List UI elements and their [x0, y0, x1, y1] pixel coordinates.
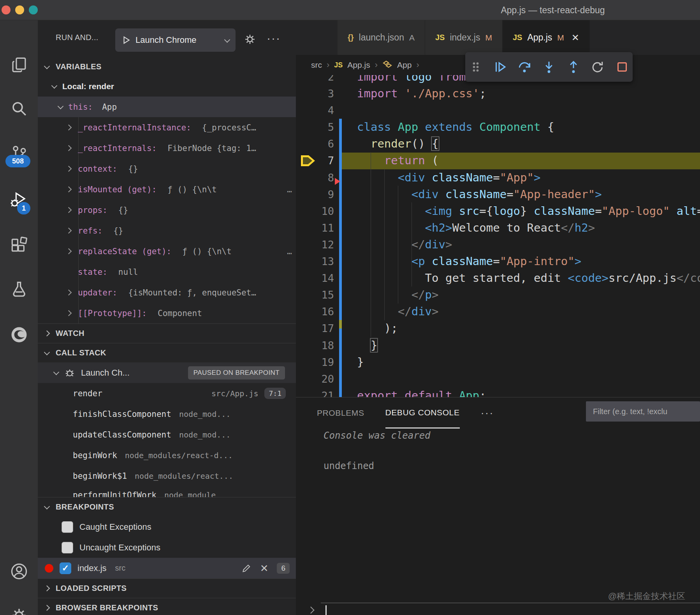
code-line[interactable]: 18 }	[296, 337, 700, 354]
tab-index-js[interactable]: JS index.js M	[425, 20, 503, 55]
search-icon[interactable]	[0, 95, 38, 123]
stack-frame[interactable]: rendersrc/App.js7:1	[38, 383, 296, 404]
step-into-button[interactable]	[538, 55, 560, 79]
code-line[interactable]: 15 </p>	[296, 286, 700, 303]
launch-config-dropdown[interactable]: Launch Chrome	[115, 28, 236, 52]
code-line[interactable]: 4	[296, 102, 700, 119]
tab-app-js[interactable]: JS App.js M ✕	[503, 20, 590, 55]
breakpoints-section-header[interactable]: BREAKPOINTS	[38, 497, 296, 517]
code-line[interactable]: 17 );	[296, 320, 700, 337]
stack-frame[interactable]: performUnitOfWorknode_module	[38, 486, 296, 497]
maximize-window-button[interactable]	[29, 5, 38, 14]
console-input-cursor[interactable]	[325, 605, 327, 615]
stop-button[interactable]	[611, 55, 633, 79]
caught-exceptions-row[interactable]: Caught Exceptions	[38, 517, 296, 537]
console-filter-input[interactable]	[586, 401, 700, 422]
close-tab-icon[interactable]: ✕	[572, 32, 579, 43]
variable-row[interactable]: props:{}	[38, 200, 296, 220]
uncaught-exceptions-row[interactable]: Uncaught Exceptions	[38, 537, 296, 558]
extensions-icon[interactable]	[0, 231, 38, 259]
code-line[interactable]: 13 <p className="App-intro">	[296, 253, 700, 270]
uncaught-exceptions-checkbox[interactable]	[62, 542, 73, 554]
stack-frame[interactable]: beginWork$1node_modules/react...	[38, 466, 296, 486]
code-line[interactable]: 9 <div className="App-header">	[296, 186, 700, 203]
variable-row[interactable]: context:{}	[38, 158, 296, 179]
tab-problems[interactable]: PROBLEMS	[317, 397, 364, 429]
sidebar-more-actions-button[interactable]: ···	[267, 30, 284, 48]
variables-section-header[interactable]: VARIABLES	[38, 57, 296, 76]
variable-row[interactable]: _reactInternals:FiberNode {tag: 1…	[38, 138, 296, 158]
watch-section-header[interactable]: WATCH	[38, 323, 296, 343]
step-over-button[interactable]	[514, 55, 535, 79]
breadcrumb-src[interactable]: src	[311, 60, 322, 70]
code-editor[interactable]: 2import logo from 3import './App.css';45…	[296, 75, 700, 397]
code-line[interactable]: 16 </div>	[296, 303, 700, 320]
code-line[interactable]: 3import './App.css';	[296, 85, 700, 102]
run-and-debug-icon[interactable]: 1	[0, 186, 38, 214]
call-stack-section-header[interactable]: CALL STACK	[38, 343, 296, 362]
breadcrumb-separator: ›	[416, 60, 419, 70]
restart-button[interactable]	[587, 55, 609, 79]
code-line[interactable]: 12 </div>	[296, 236, 700, 253]
chevron-down-icon	[44, 63, 50, 69]
variable-row[interactable]: updater:{isMounted: ƒ, enqueueSet…	[38, 282, 296, 303]
stack-frame[interactable]: updateClassComponentnode_mod...	[38, 424, 296, 445]
git-modified-marker: M	[485, 33, 492, 42]
account-icon[interactable]	[0, 557, 38, 585]
breadcrumb-file[interactable]: App.js	[347, 60, 370, 70]
code-line[interactable]: 5class App extends Component {	[296, 119, 700, 135]
code-line[interactable]: 21export default App;	[296, 387, 700, 397]
loaded-scripts-section-header[interactable]: LOADED SCRIPTS	[38, 578, 296, 598]
scm-badge: 508	[5, 155, 30, 167]
variable-row[interactable]: refs:{}	[38, 220, 296, 241]
breakpoint-row[interactable]: ✓ index.js src ✕ 6	[38, 558, 296, 578]
stack-frame[interactable]: finishClassComponentnode_mod...	[38, 404, 296, 424]
code-line[interactable]: 11 <h2>Welcome to React</h2>	[296, 220, 700, 236]
code-line[interactable]: 19}	[296, 354, 700, 371]
source-control-icon[interactable]: 508	[0, 139, 38, 167]
js-file-icon: JS	[435, 33, 445, 42]
debug-settings-gear-icon[interactable]	[243, 30, 259, 48]
tab-label: launch.json	[359, 32, 404, 43]
code-line[interactable]: 20	[296, 371, 700, 387]
variable-row[interactable]: state:null	[38, 262, 296, 282]
code-line[interactable]: 6 render() {	[296, 135, 700, 152]
js-file-icon: JS	[334, 61, 343, 69]
play-icon	[121, 35, 131, 45]
breakpoint-checkbox[interactable]: ✓	[60, 562, 71, 574]
code-line[interactable]: 14 To get started, edit <code>src/App.js…	[296, 270, 700, 286]
panel-more-actions-button[interactable]: ···	[481, 397, 494, 429]
minimize-window-button[interactable]	[15, 5, 24, 14]
explorer-icon[interactable]	[0, 51, 38, 79]
code-line[interactable]: 7 return (	[296, 152, 700, 169]
step-out-button[interactable]	[563, 55, 584, 79]
tab-debug-console[interactable]: DEBUG CONSOLE	[385, 397, 460, 429]
code-line[interactable]: 10 <img src={logo} className="App-logo" …	[296, 203, 700, 220]
scope-row[interactable]: Local: render	[38, 76, 296, 97]
debug-session-row[interactable]: Launch Ch... PAUSED ON BREAKPOINT	[38, 362, 296, 383]
edge-browser-icon[interactable]	[0, 321, 38, 349]
breakpoint-dir: src	[115, 564, 126, 573]
settings-gear-icon[interactable]	[0, 601, 38, 615]
chevron-down-icon	[51, 83, 58, 89]
this-variable-row[interactable]: this: App	[38, 97, 296, 117]
edit-pencil-icon[interactable]	[241, 563, 252, 573]
continue-button[interactable]	[490, 55, 511, 79]
variable-name: this:	[68, 102, 93, 112]
testing-flask-icon[interactable]	[0, 275, 38, 303]
caught-exceptions-checkbox[interactable]	[62, 521, 73, 533]
code-line[interactable]: 8 <div className="App">	[296, 169, 700, 186]
remove-breakpoint-icon[interactable]: ✕	[260, 563, 269, 573]
debug-sidebar: RUN AND... Launch Chrome ··· VARIABLES L…	[38, 20, 296, 615]
variable-row[interactable]: _reactInternalInstance:{_processC…	[38, 117, 296, 138]
breadcrumb-separator: ›	[327, 60, 329, 70]
breadcrumb-symbol[interactable]: App	[397, 60, 412, 70]
variable-row[interactable]: isMounted (get):ƒ () {\n\t…	[38, 179, 296, 200]
tab-launch-json[interactable]: {} launch.json A	[338, 20, 425, 55]
stack-frame[interactable]: beginWorknode_modules/react-d...	[38, 445, 296, 466]
drag-grip-icon[interactable]	[465, 55, 487, 79]
variable-row[interactable]: replaceState (get):ƒ () {\n\t…	[38, 241, 296, 262]
close-window-button[interactable]	[2, 5, 11, 14]
variable-row[interactable]: [[Prototype]]:Component	[38, 303, 296, 323]
browser-breakpoints-section-header[interactable]: BROWSER BREAKPOINTS	[38, 598, 296, 615]
